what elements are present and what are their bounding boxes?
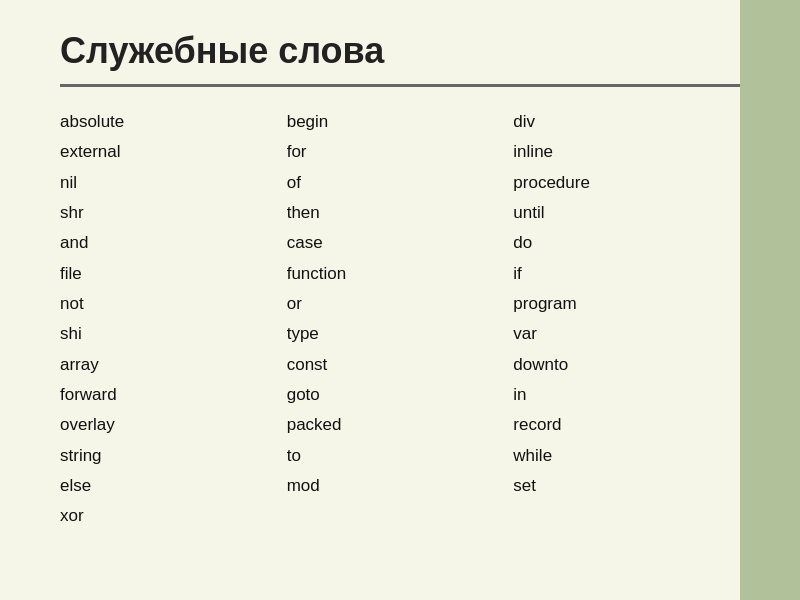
list-item: in — [513, 382, 740, 408]
divider — [60, 84, 740, 87]
list-item: file — [60, 261, 287, 287]
list-item: downto — [513, 352, 740, 378]
column-3: divinlineprocedureuntildoifprogramvardow… — [513, 109, 740, 530]
list-item: to — [287, 443, 514, 469]
list-item: until — [513, 200, 740, 226]
list-item: program — [513, 291, 740, 317]
list-item: for — [287, 139, 514, 165]
list-item: mod — [287, 473, 514, 499]
list-item: record — [513, 412, 740, 438]
list-item: do — [513, 230, 740, 256]
column-1: absoluteexternalnilshrandfilenotshiarray… — [60, 109, 287, 530]
list-item: or — [287, 291, 514, 317]
list-item: not — [60, 291, 287, 317]
list-item: shi — [60, 321, 287, 347]
list-item: string — [60, 443, 287, 469]
list-item: while — [513, 443, 740, 469]
list-item: function — [287, 261, 514, 287]
list-item: procedure — [513, 170, 740, 196]
list-item: xor — [60, 503, 287, 529]
list-item: overlay — [60, 412, 287, 438]
list-item: of — [287, 170, 514, 196]
list-item: var — [513, 321, 740, 347]
list-item: nil — [60, 170, 287, 196]
list-item: forward — [60, 382, 287, 408]
page-title: Служебные слова — [60, 30, 740, 72]
column-2: beginforofthencasefunctionortypeconstgot… — [287, 109, 514, 530]
list-item: const — [287, 352, 514, 378]
list-item: external — [60, 139, 287, 165]
list-item: if — [513, 261, 740, 287]
list-item: goto — [287, 382, 514, 408]
list-item: begin — [287, 109, 514, 135]
list-item: case — [287, 230, 514, 256]
list-item: else — [60, 473, 287, 499]
list-item: array — [60, 352, 287, 378]
list-item: packed — [287, 412, 514, 438]
list-item: and — [60, 230, 287, 256]
list-item: set — [513, 473, 740, 499]
accent-bar — [740, 0, 800, 600]
list-item: then — [287, 200, 514, 226]
list-item: shr — [60, 200, 287, 226]
list-item: div — [513, 109, 740, 135]
list-item: type — [287, 321, 514, 347]
page: Служебные слова absoluteexternalnilshran… — [0, 0, 800, 600]
list-item: absolute — [60, 109, 287, 135]
word-columns: absoluteexternalnilshrandfilenotshiarray… — [60, 109, 740, 530]
list-item: inline — [513, 139, 740, 165]
